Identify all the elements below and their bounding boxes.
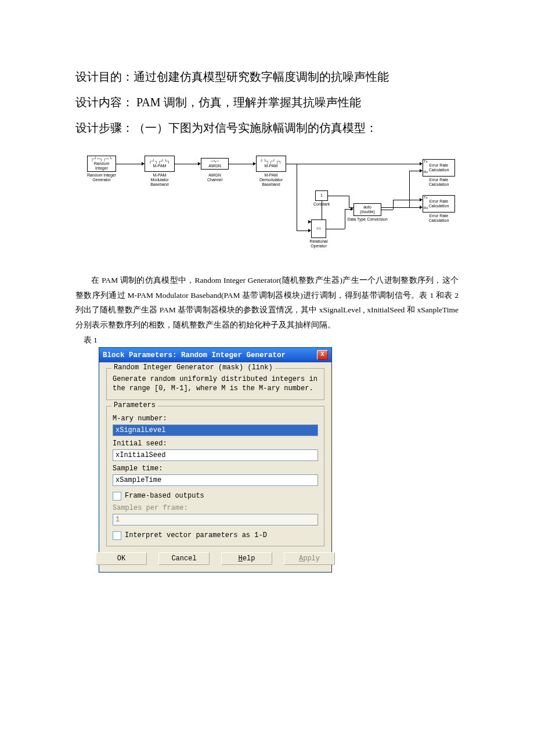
simulink-diagram: ┌┘─┐┌─└ Random Integer Random IntegerGen… <box>75 146 459 271</box>
block-constant: 1 <box>315 190 328 201</box>
apply-button[interactable]: Apply <box>284 552 335 565</box>
help-button[interactable]: Help <box>221 552 272 565</box>
block-awgn-text: AWGN <box>208 164 221 168</box>
group-mask-info: Random Integer Generator (mask) (link) G… <box>106 368 324 399</box>
checkbox-frame-label: Frame-based outputs <box>125 492 204 500</box>
heading-steps: 设计步骤：（一）下图为对信号实施脉幅调制的仿真模型： <box>75 115 459 141</box>
err2-line1: Error Rate <box>430 199 448 204</box>
label-mpam-modulator: M-PAM Modulator Baseband <box>140 173 179 187</box>
input-initial-seed[interactable]: xInitialSeed <box>113 449 318 461</box>
input-sample-time[interactable]: xSampleTime <box>113 474 318 486</box>
err1-line2: Calculation <box>429 168 449 172</box>
label-awgn: AWGNChannel <box>200 173 230 182</box>
table-caption: 表 1 <box>84 333 459 348</box>
checkbox-vec1d-label: Interpret vector parameters as 1-D <box>125 531 267 539</box>
input-samples-per-frame: 1 <box>113 514 318 525</box>
err2-rx-port: Rx <box>424 206 428 210</box>
block-dtc-line1: auto <box>363 205 371 210</box>
checkbox-icon[interactable] <box>113 531 121 540</box>
checkbox-vec1d[interactable]: Interpret vector parameters as 1-D <box>113 531 318 540</box>
label-random-integer: Random IntegerGenerator <box>82 173 121 182</box>
block-dtc-line2: (double) <box>360 210 375 214</box>
block-dtc: auto (double) <box>353 203 381 216</box>
label-error-rate-2: Error RateCalculation <box>421 214 456 223</box>
block-rig-line1: Random <box>94 161 109 166</box>
mask-description: Generate random uniformly distributed in… <box>113 375 318 393</box>
legend-parameters: Parameters <box>111 401 158 409</box>
block-mpam-demod: ┘└┐┌┘┌┐ M-PAM <box>256 156 286 172</box>
label-mpam-demod: M-PAM Demodulator Baseband <box>251 173 291 187</box>
label-samples-per-frame: Samples per frame: <box>113 504 318 512</box>
block-params-dialog: Block Parameters: Random Integer Generat… <box>99 347 332 572</box>
label-sample-time: Sample time: <box>113 465 318 473</box>
checkbox-icon[interactable] <box>113 492 121 501</box>
group-parameters: Parameters M-ary number: xSignalLevel In… <box>106 406 324 546</box>
heading-purpose: 设计目的：通过创建仿真模型研究数字幅度调制的抗噪声性能 <box>75 64 459 89</box>
label-dtc: Data Type Conversion <box>344 217 391 222</box>
err2-line2: Calculation <box>429 204 449 208</box>
err1-line1: Error Rate <box>430 163 448 168</box>
err1-tx-port: Tx <box>424 160 428 163</box>
close-icon[interactable]: X <box>317 350 328 360</box>
dialog-titlebar: Block Parameters: Random Integer Generat… <box>99 348 331 362</box>
block-mpam-mod-text: M-PAM <box>153 164 167 168</box>
cancel-button[interactable]: Cancel <box>158 552 210 565</box>
block-mpam-modulator: ┌┘┐┌┘└┐ M-PAM <box>145 156 175 172</box>
body-paragraph: 在 PAM 调制的仿真模型中，Random Integer Generator(… <box>75 273 459 333</box>
checkbox-frame-outputs[interactable]: Frame-based outputs <box>113 492 318 501</box>
label-initial-seed: Initial seed: <box>113 440 318 448</box>
block-relop-text: == <box>316 226 321 231</box>
block-mpam-demod-text: M-PAM <box>265 164 278 168</box>
block-awgn: ┈∿┈ AWGN <box>201 158 229 170</box>
label-mary: M-ary number: <box>113 415 318 423</box>
block-random-integer: ┌┘─┐┌─└ Random Integer <box>87 156 116 172</box>
label-relational-op: RelationalOperator <box>306 239 331 249</box>
heading-content: 设计内容： PAM 调制，仿真，理解并掌握其抗噪声性能 <box>75 89 459 115</box>
dialog-title: Block Parameters: Random Integer Generat… <box>103 351 286 359</box>
err1-rx-port: Rx <box>424 170 428 174</box>
ok-button[interactable]: OK <box>96 552 147 565</box>
err2-tx-port: Tx <box>424 196 428 199</box>
label-error-rate-1: Error RateCalculation <box>421 178 456 187</box>
legend-mask: Random Integer Generator (mask) (link) <box>111 363 275 372</box>
block-rig-line2: Integer <box>95 166 108 171</box>
block-relational-op: == <box>311 219 326 238</box>
input-mary[interactable]: xSignalLevel <box>113 424 318 436</box>
block-constant-value: 1 <box>320 193 323 198</box>
